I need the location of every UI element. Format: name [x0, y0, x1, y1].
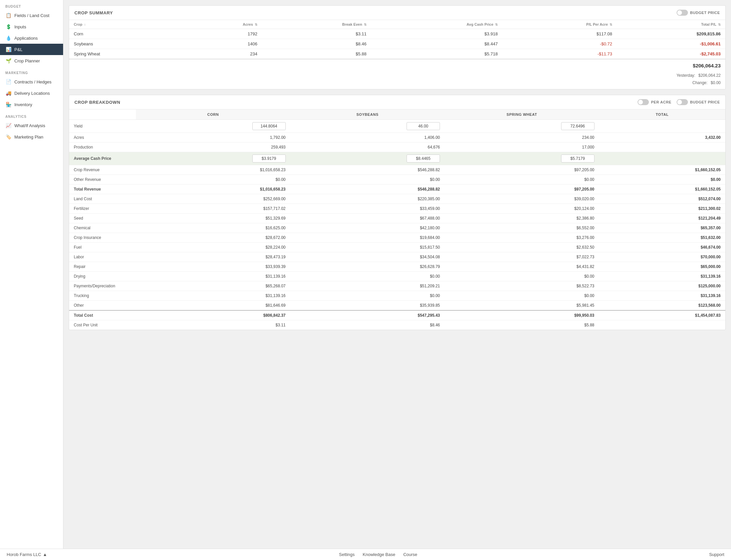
sidebar-analytics-section: ANALYTICS — [0, 110, 63, 120]
col-pl-acre[interactable]: P/L Per Acre ⇅ — [502, 20, 617, 29]
sidebar-item-crop-planner[interactable]: 🌱 Crop Planner — [0, 55, 63, 66]
budget-price-label: BUDGET PRICE — [690, 11, 720, 15]
table-row: Repair $33,939.39 $26,628.79 $4,431.82 $… — [69, 262, 725, 272]
table-row: Acres 1,792.00 1,406.00 234.00 3,432.00 — [69, 133, 725, 143]
change-value: $0.00 — [711, 80, 721, 85]
footer-course[interactable]: Course — [403, 552, 417, 557]
sidebar-item-delivery[interactable]: 🚚 Delivery Locations — [0, 87, 63, 99]
table-row: Production 259,493 64,676 17,000 — [69, 143, 725, 152]
footer-knowledge-base[interactable]: Knowledge Base — [363, 552, 396, 557]
sidebar-budget-section: BUDGET — [0, 0, 63, 10]
table-row: Total Cost $806,842.37 $547,295.43 $99,9… — [69, 310, 725, 320]
col-crop: Crop ↕ — [69, 20, 185, 29]
budget-price-toggle-group: BUDGET PRICE — [677, 10, 720, 16]
crop-planner-icon: 🌱 — [5, 58, 11, 64]
breakdown-empty-col — [69, 109, 136, 120]
footer-support[interactable]: Support — [709, 552, 724, 557]
applications-icon: 💧 — [5, 35, 11, 41]
table-row: Chemical $16,625.00 $42,180.00 $6,552.00… — [69, 223, 725, 233]
table-row: Fuel $28,224.00 $15,817.50 $2,632.50 $46… — [69, 243, 725, 252]
fields-icon: 📋 — [5, 12, 11, 18]
table-row: Other Revenue $0.00 $0.00 $0.00 $0.00 — [69, 175, 725, 185]
delivery-icon: 🚚 — [5, 90, 11, 96]
crop-summary-header: CROP SUMMARY BUDGET PRICE — [69, 6, 725, 20]
yesterday-label: Yesterday: — [677, 73, 695, 78]
table-row: Drying $31,139.16 $0.00 $0.00 $31,139.16 — [69, 272, 725, 281]
table-row: Other $81,646.69 $35,939.85 $5,981.45 $1… — [69, 301, 725, 311]
table-row: Yield — [69, 120, 725, 133]
yield-wheat-input[interactable] — [561, 122, 594, 130]
yield-soy-input[interactable] — [407, 122, 440, 130]
whatif-icon: 📈 — [5, 122, 11, 128]
main-content: CROP SUMMARY BUDGET PRICE Crop ↕ Acres ⇅… — [63, 0, 731, 549]
sidebar-item-pl[interactable]: 📊 P&L — [0, 44, 63, 55]
table-row: Crop Revenue $1,016,658.23 $546,288.82 $… — [69, 165, 725, 175]
per-acre-label: PER ACRE — [651, 100, 671, 104]
table-row: Corn 1792 $3.11 $3.918 $117.08 $209,815.… — [69, 29, 725, 39]
table-row: Average Cash Price — [69, 152, 725, 165]
pl-icon: 📊 — [5, 46, 11, 52]
table-row: Soybeans 1406 $8.46 $8.447 -$0.72 -$1,00… — [69, 39, 725, 49]
farm-chevron-icon: ▲ — [43, 552, 47, 557]
footer: Horob Farms LLC ▲ Settings Knowledge Bas… — [0, 549, 731, 560]
sidebar-marketing-section: MARKETING — [0, 66, 63, 76]
crop-breakdown-card: CROP BREAKDOWN PER ACRE BUDGET PRICE — [69, 95, 726, 330]
sidebar-item-whatif[interactable]: 📈 What/If Analysis — [0, 120, 63, 131]
sidebar-item-applications[interactable]: 💧 Applications — [0, 32, 63, 44]
sidebar-item-pl-label: P&L — [14, 47, 23, 52]
col-corn-header: CORN — [136, 109, 290, 120]
sidebar-item-contracts[interactable]: 📄 Contracts / Hedges — [0, 76, 63, 87]
sidebar-item-crop-planner-label: Crop Planner — [14, 58, 40, 63]
table-row: Seed $51,329.69 $67,488.00 $2,386.80 $12… — [69, 214, 725, 223]
sidebar-item-inputs[interactable]: 💲 Inputs — [0, 21, 63, 32]
sidebar-item-fields[interactable]: 📋 Fields / Land Cost — [0, 10, 63, 21]
yield-soy-input[interactable] — [407, 155, 440, 163]
marketing-plan-icon: 🏷️ — [5, 134, 11, 140]
sidebar-item-delivery-label: Delivery Locations — [14, 91, 50, 96]
sidebar-item-fields-label: Fields / Land Cost — [14, 13, 49, 18]
crop-summary-table: Crop ↕ Acres ⇅ Break Even ⇅ Avg Cash Pri… — [69, 20, 725, 59]
crop-summary-card: CROP SUMMARY BUDGET PRICE Crop ↕ Acres ⇅… — [69, 5, 726, 89]
footer-nav: Settings Knowledge Base Course — [339, 552, 417, 557]
sidebar-item-marketing-plan-label: Marketing Plan — [14, 134, 43, 139]
change-row: Change: $0.00 — [69, 79, 725, 89]
budget-price-toggle[interactable] — [677, 10, 688, 16]
col-break-even[interactable]: Break Even ⇅ — [262, 20, 371, 29]
yield-wheat-input[interactable] — [561, 155, 594, 163]
budget-price-label-2: BUDGET PRICE — [690, 100, 720, 104]
sidebar-item-whatif-label: What/If Analysis — [14, 123, 45, 128]
yesterday-value: $206,064.22 — [698, 73, 721, 78]
crop-breakdown-header: CROP BREAKDOWN PER ACRE BUDGET PRICE — [69, 95, 725, 109]
budget-price-toggle-2[interactable] — [677, 99, 688, 105]
yesterday-row: Yesterday: $206,064.22 — [69, 72, 725, 79]
sidebar-item-inputs-label: Inputs — [14, 24, 26, 29]
table-row: Fertilizer $157,717.02 $33,459.00 $20,12… — [69, 204, 725, 214]
farm-name-button[interactable]: Horob Farms LLC ▲ — [7, 552, 47, 557]
budget-price-toggle-group-2: BUDGET PRICE — [677, 99, 720, 105]
per-acre-toggle[interactable] — [638, 99, 649, 105]
col-avg-cash[interactable]: Avg Cash Price ⇅ — [371, 20, 502, 29]
col-total-header: TOTAL — [599, 109, 726, 120]
table-row: Trucking $31,139.16 $0.00 $0.00 $31,139.… — [69, 291, 725, 301]
crop-breakdown-table: CORN SOYBEANS SPRING WHEAT TOTAL Yield A… — [69, 109, 725, 330]
change-label: Change: — [692, 80, 707, 85]
yield-corn-input[interactable] — [252, 122, 286, 130]
col-total-pl[interactable]: Total P/L ⇅ — [617, 20, 725, 29]
table-row: Labor $28,473.19 $34,504.08 $7,022.73 $7… — [69, 252, 725, 262]
sidebar-item-applications-label: Applications — [14, 36, 38, 41]
table-row: Payments/Depreciation $65,268.07 $51,209… — [69, 281, 725, 291]
table-row: Spring Wheat 234 $5.88 $5.718 -$11.73 -$… — [69, 49, 725, 59]
table-row: Total Revenue $1,016,658.23 $546,288.82 … — [69, 185, 725, 194]
crop-summary-title: CROP SUMMARY — [74, 10, 113, 15]
yield-corn-input[interactable] — [252, 155, 286, 163]
col-soy-header: SOYBEANS — [290, 109, 445, 120]
grand-total: $206,064.23 — [69, 59, 725, 72]
col-acres[interactable]: Acres ⇅ — [185, 20, 262, 29]
inventory-icon: 🏪 — [5, 101, 11, 107]
table-row: Land Cost $252,669.00 $220,385.00 $39,02… — [69, 194, 725, 204]
sidebar-item-inventory-label: Inventory — [14, 102, 32, 107]
footer-settings[interactable]: Settings — [339, 552, 355, 557]
sidebar-item-inventory[interactable]: 🏪 Inventory — [0, 99, 63, 110]
sidebar-item-marketing-plan[interactable]: 🏷️ Marketing Plan — [0, 131, 63, 143]
farm-name: Horob Farms LLC — [7, 552, 41, 557]
